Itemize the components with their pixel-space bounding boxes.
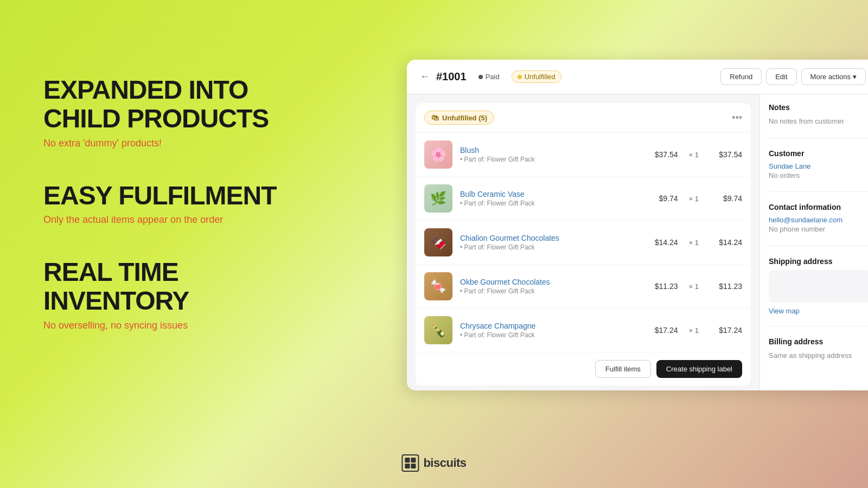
item-name-blush[interactable]: Blush [460, 146, 638, 155]
item-image-vase: 🌿 [424, 184, 452, 213]
item-details-blush: Blush • Part of: Flower Gift Pack [460, 146, 638, 163]
customer-orders: No orders [769, 170, 868, 181]
feature-1-subtitle: No extra 'dummy' products! [43, 138, 304, 149]
paid-dot [478, 75, 483, 79]
order-item-1: 🌿 Bulb Ceramic Vase • Part of: Flower Gi… [416, 177, 751, 221]
back-button[interactable]: ← [420, 71, 430, 82]
more-actions-button[interactable]: More actions ▾ [801, 68, 866, 85]
item-qty-okbe: × 1 [689, 282, 699, 291]
feature-3-subtitle: No overselling, no syncing issues [43, 320, 304, 331]
item-image-okbe: 🍬 [424, 272, 452, 300]
order-item-0: 🌸 Blush • Part of: Flower Gift Pack $37.… [416, 133, 751, 177]
item-parent-choc: • Part of: Flower Gift Pack [460, 243, 638, 251]
order-item-2: 🍫 Chialion Gourmet Chocolates • Part of:… [416, 221, 751, 265]
sidebar-notes: Notes No notes from customer [769, 103, 868, 138]
item-details-vase: Bulb Ceramic Vase • Part of: Flower Gift… [460, 190, 638, 207]
unfulfilled-dot [518, 75, 522, 79]
paid-label: Paid [486, 73, 500, 81]
feature-2: EASY FULFILMENT Only the actual items ap… [43, 182, 304, 226]
logo: biscuits [401, 454, 466, 472]
create-shipping-label-button[interactable]: Create shipping label [656, 360, 742, 378]
item-pricing-vase: $9.74 × 1 $9.74 [646, 194, 742, 203]
feature-2-subtitle: Only the actual items appear on the orde… [43, 214, 304, 226]
order-number: #1001 [436, 70, 467, 83]
notes-text: No notes from customer [769, 116, 868, 127]
logo-icon [401, 454, 419, 472]
item-pricing-okbe: $11.23 × 1 $11.23 [646, 282, 742, 291]
feature-2-title: EASY FULFILMENT [43, 182, 304, 210]
item-pricing-champ: $17.24 × 1 $17.24 [646, 326, 742, 335]
contact-email-link[interactable]: hello@sundaelane.com [769, 216, 843, 224]
customer-name-link[interactable]: Sundae Lane [769, 162, 810, 170]
item-price-choc: $14.24 [646, 238, 678, 247]
feature-1-title: EXPANDED INTO CHILD PRODUCTS [43, 76, 304, 133]
more-actions-label: More actions [810, 73, 851, 81]
billing-text: Same as shipping address [769, 350, 868, 361]
item-details-choc: Chialion Gourmet Chocolates • Part of: F… [460, 234, 638, 251]
unfulfilled-count: Unfulfilled (5) [442, 114, 487, 122]
item-qty-choc: × 1 [689, 239, 699, 247]
shipping-address-box [769, 270, 868, 303]
item-total-vase: $9.74 [710, 194, 742, 203]
item-image-choc: 🍫 [424, 228, 452, 256]
feature-content: EXPANDED INTO CHILD PRODUCTS No extra 'd… [43, 76, 304, 364]
contact-title: Contact information [769, 203, 868, 211]
item-name-choc[interactable]: Chialion Gourmet Chocolates [460, 234, 638, 242]
notes-title: Notes [769, 103, 868, 112]
paid-badge: Paid [473, 71, 505, 82]
item-image-blush: 🌸 [424, 140, 452, 169]
item-parent-champ: • Part of: Flower Gift Pack [460, 331, 638, 339]
sidebar-billing: Billing address Same as shipping address [769, 337, 868, 372]
more-dots-button[interactable]: ••• [732, 112, 742, 124]
item-qty-champ: × 1 [689, 326, 699, 335]
feature-1: EXPANDED INTO CHILD PRODUCTS No extra 'd… [43, 76, 304, 149]
logo-text: biscuits [423, 456, 466, 470]
billing-title: Billing address [769, 337, 868, 346]
item-price-champ: $17.24 [646, 326, 678, 335]
item-name-vase[interactable]: Bulb Ceramic Vase [460, 190, 638, 198]
item-details-champ: Chrysace Champagne • Part of: Flower Gif… [460, 322, 638, 339]
order-header-left: ← #1001 Paid Unfulfilled [420, 70, 561, 83]
order-header: ← #1001 Paid Unfulfilled Refund Edit Mor… [407, 60, 868, 94]
item-pricing-choc: $14.24 × 1 $14.24 [646, 238, 742, 247]
item-parent-blush: • Part of: Flower Gift Pack [460, 156, 638, 163]
order-panel: ← #1001 Paid Unfulfilled Refund Edit Mor… [407, 60, 868, 390]
refund-button[interactable]: Refund [720, 68, 762, 85]
unfulfilled-card: 🛍 Unfulfilled (5) ••• 🌸 Blush • Part of:… [416, 103, 751, 386]
sidebar-customer: Customer Sundae Lane No orders [769, 149, 868, 192]
card-actions: Fulfill items Create shipping label [416, 352, 751, 386]
sidebar-contact: Contact information hello@sundaelane.com… [769, 203, 868, 246]
item-image-champ: 🍾 [424, 316, 452, 344]
bag-icon: 🛍 [431, 113, 439, 122]
unfulfilled-header: 🛍 Unfulfilled (5) ••• [416, 103, 751, 133]
item-total-choc: $14.24 [710, 238, 742, 247]
feature-3: REAL TIME INVENTORY No overselling, no s… [43, 258, 304, 331]
contact-phone: No phone number [769, 224, 868, 235]
view-map-link[interactable]: View map [769, 307, 800, 315]
fulfill-items-button[interactable]: Fulfill items [595, 360, 651, 378]
sidebar-shipping: Shipping address View map [769, 257, 868, 326]
order-main: 🛍 Unfulfilled (5) ••• 🌸 Blush • Part of:… [407, 94, 760, 390]
item-price-okbe: $11.23 [646, 282, 678, 291]
edit-button[interactable]: Edit [766, 68, 796, 85]
bullet: • [460, 331, 464, 339]
customer-title: Customer [769, 149, 868, 158]
feature-3-title: REAL TIME INVENTORY [43, 258, 304, 316]
item-qty-vase: × 1 [689, 195, 699, 203]
item-name-okbe[interactable]: Okbe Gourmet Chocolates [460, 278, 638, 286]
header-buttons: Refund Edit More actions ▾ [720, 68, 866, 85]
unfulfilled-label: Unfulfilled [525, 73, 556, 81]
item-parent-vase: • Part of: Flower Gift Pack [460, 200, 638, 207]
item-price-vase: $9.74 [646, 194, 678, 203]
order-item-4: 🍾 Chrysace Champagne • Part of: Flower G… [416, 309, 751, 352]
item-total-champ: $17.24 [710, 326, 742, 335]
content-area: 🛍 Unfulfilled (5) ••• 🌸 Blush • Part of:… [407, 94, 868, 390]
unfulfilled-badge: Unfulfilled [512, 70, 561, 83]
item-total-blush: $37.54 [710, 150, 742, 159]
chevron-down-icon: ▾ [853, 73, 857, 81]
bullet: • [460, 156, 464, 163]
shipping-title: Shipping address [769, 257, 868, 266]
bullet: • [460, 243, 464, 251]
item-name-champ[interactable]: Chrysace Champagne [460, 322, 638, 330]
order-item-3: 🍬 Okbe Gourmet Chocolates • Part of: Flo… [416, 265, 751, 309]
